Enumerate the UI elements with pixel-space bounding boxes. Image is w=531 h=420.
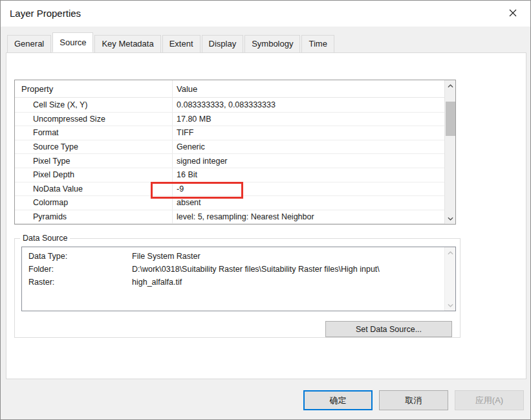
source-tab-panel: Property Value Cell Size (X, Y) 0.083333… [6,52,526,379]
property-table-rows: Cell Size (X, Y) 0.083333333, 0.08333333… [15,98,444,224]
dialog-footer: 确定 取消 应用(A) [1,379,530,420]
value-cell: Generic [177,142,205,151]
apply-button: 应用(A) [455,390,524,410]
table-row[interactable]: Cell Size (X, Y) 0.083333333, 0.08333333… [15,98,444,113]
table-row[interactable]: Pixel Type signed integer [15,154,444,168]
close-icon [508,8,517,19]
column-header-value: Value [177,84,197,94]
value-cell: -9 [177,184,184,193]
table-row[interactable]: Uncompressed Size 17.80 MB [15,113,444,127]
property-cell: Uncompressed Size [33,115,105,124]
property-cell: Pyramids [33,212,67,221]
value-cell: 16 Bit [177,170,197,179]
field-label: Raster: [28,278,132,291]
field-value: high_alfalfa.tif [132,278,182,291]
property-cell: NoData Value [33,184,83,193]
field-label: Data Type: [28,252,132,265]
data-source-field: Data Type: File System Raster [28,252,440,265]
tab-symbology[interactable]: Symbology [244,35,300,52]
tab-key-metadata[interactable]: Key Metadata [94,35,160,52]
data-source-field: Folder: D:\work\0318\Suitability Raster … [28,265,440,278]
field-value: File System Raster [132,252,200,265]
tab-general[interactable]: General [7,35,51,52]
table-row[interactable]: Format TIFF [15,126,444,140]
dialog-title: Layer Properties [10,8,81,19]
tab-strip: General Source Key Metadata Extent Displ… [7,35,336,52]
table-row[interactable]: Colormap absent [15,196,444,210]
scroll-down-icon [445,300,456,311]
property-cell: Pixel Type [33,157,70,166]
tab-extent[interactable]: Extent [162,35,200,52]
data-source-group: Data Source Data Type: File System Raste… [14,238,461,338]
scrollbar-thumb[interactable] [446,102,455,136]
value-cell: 0.083333333, 0.083333333 [177,100,276,109]
data-source-textbox[interactable]: Data Type: File System Raster Folder: D:… [21,247,456,311]
property-cell: Colormap [33,198,68,207]
tab-time[interactable]: Time [301,35,334,52]
value-cell: level: 5, resampling: Nearest Neighbor [177,212,314,221]
data-source-legend: Data Source [20,234,70,243]
value-cell: absent [177,198,201,207]
scroll-up-icon[interactable] [445,80,456,91]
value-cell: TIFF [177,128,193,137]
tab-display[interactable]: Display [202,35,244,52]
value-cell: 17.80 MB [177,115,211,124]
scroll-up-icon [445,247,456,258]
table-row[interactable]: Pixel Depth 16 Bit [15,168,444,182]
data-source-fields: Data Type: File System Raster Folder: D:… [28,252,440,291]
title-bar: Layer Properties [1,1,530,27]
table-row[interactable]: Pyramids level: 5, resampling: Nearest N… [15,210,444,225]
table-row[interactable]: Source Type Generic [15,140,444,155]
table-scrollbar[interactable] [444,80,455,224]
property-cell: Format [33,128,59,137]
tab-source[interactable]: Source [52,32,93,52]
property-cell: Source Type [33,142,78,151]
data-source-scrollbar [444,247,455,311]
table-row-nodata-value[interactable]: NoData Value -9 [15,182,444,197]
cancel-button[interactable]: 取消 [379,390,448,410]
layer-properties-dialog: Layer Properties General Source Key Meta… [0,0,531,420]
value-cell: signed integer [177,157,228,166]
field-label: Folder: [28,265,132,278]
property-cell: Pixel Depth [33,170,74,179]
property-table: Property Value Cell Size (X, Y) 0.083333… [14,80,456,225]
set-data-source-button[interactable]: Set Data Source... [325,321,452,337]
ok-button[interactable]: 确定 [303,390,373,410]
property-cell: Cell Size (X, Y) [33,100,88,109]
data-source-field: Raster: high_alfalfa.tif [28,278,440,291]
close-button[interactable] [502,5,524,22]
property-table-header: Property Value [15,80,444,98]
column-header-property: Property [21,84,53,94]
field-value: D:\work\0318\Suitability Raster files\Su… [132,265,380,278]
scroll-down-icon[interactable] [445,213,456,224]
